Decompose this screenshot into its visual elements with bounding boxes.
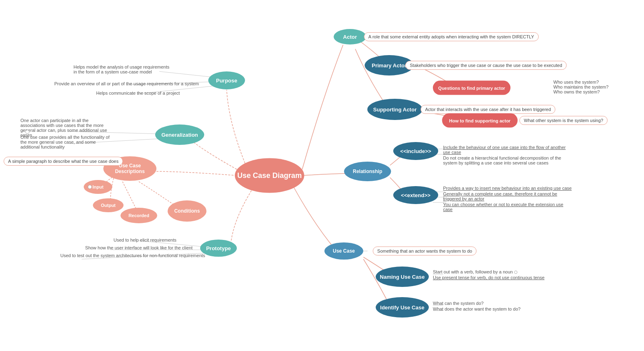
extend-label: <<extend>>: [401, 192, 430, 198]
purpose-label: Purpose: [216, 78, 237, 84]
supportingactor-label: Supporting Actor: [373, 107, 417, 113]
prototype-ellipse: Prototype: [200, 240, 237, 257]
purpose-text2-span: Provide an overview of all or part of th…: [54, 81, 199, 86]
proto-text2-span: Show how the user interface will look li…: [85, 245, 193, 250]
identifyusecase-ellipse: Identify Use Case: [376, 297, 429, 318]
generalization-ellipse: Generalization: [155, 124, 204, 145]
supportingactor-node: Supporting Actor: [368, 99, 423, 120]
purpose-text1-label: Helps model the analysis of usage requir…: [74, 64, 169, 74]
usecase-label: Use Case: [333, 248, 355, 254]
extend-texts: Provides a way to insert new behaviour i…: [443, 186, 574, 212]
purpose-node: Purpose: [208, 71, 245, 89]
recorded-label: Recorded: [129, 213, 149, 218]
namingusecase-node: Naming Use Case: [376, 267, 429, 287]
diagram-canvas: Use Case Diagram Purpose Helps model the…: [0, 0, 644, 351]
usecase-def-span: Something that an actor wants the system…: [377, 249, 472, 253]
purpose-text3-label: Helps communicate the scope of a project: [96, 91, 180, 96]
relationship-label: Relationship: [353, 169, 382, 174]
main-label: Use Case Diagram: [237, 171, 302, 180]
naming2-span: Use present tense for verb, do not use c…: [433, 275, 544, 280]
identifyusecase-node: Identify Use Case: [376, 297, 429, 318]
include1-span: Include the behaviour of one use case in…: [443, 145, 566, 155]
purpose-ellipse: Purpose: [208, 71, 245, 89]
conditions-label: Conditions: [174, 208, 200, 214]
output-node: Output: [93, 198, 124, 212]
usecase-def-box: Something that an actor wants the system…: [373, 247, 477, 255]
how-supporting-node: How to find supporting actor: [442, 113, 518, 128]
extend2-span: Generally not a complete use case, there…: [443, 191, 557, 201]
q1-span: Who uses the system?: [553, 80, 599, 84]
relationship-ellipse: Relationship: [344, 162, 391, 181]
input-label: Input: [93, 184, 104, 189]
how-supporting-def-text: What other system is the system using?: [519, 116, 608, 125]
actor-label: Actor: [343, 34, 357, 40]
questions-primary-node: Questions to find primary actor: [433, 81, 510, 95]
include-node: <<include>>: [393, 142, 438, 160]
q3-span: Who owns the system?: [553, 89, 600, 94]
generalization-label: Generalization: [161, 132, 198, 138]
primaryactor-label: Primary Actor: [372, 62, 407, 69]
proto-text3-span: Used to test out the system architecture…: [60, 253, 205, 258]
main-node: Use Case Diagram: [235, 158, 304, 193]
prototype-node: Prototype: [200, 240, 237, 257]
purpose-text1: Helps model the analysis of usage requir…: [74, 64, 172, 74]
namingusecase-ellipse: Naming Use Case: [376, 267, 429, 287]
include-texts: Include the behaviour of one use case in…: [443, 145, 570, 165]
purpose-text3: Helps communicate the scope of a project: [96, 91, 180, 96]
include2-span: Do not create a hierarchical functional …: [443, 156, 561, 165]
questions-primary-label: Questions to find primary actor: [438, 85, 505, 90]
usecasedesc-text-span: A simple paragraph to describe what the …: [8, 159, 118, 164]
recorded-ellipse: Recorded: [120, 208, 157, 223]
gen-indicator: [25, 130, 29, 134]
purpose-text3-span: Helps communicate the scope of a project: [96, 91, 180, 96]
naming1-span: Start out with a verb, followed by a nou…: [433, 269, 513, 274]
purpose-text2-label: Provide an overview of all or part of th…: [54, 81, 199, 86]
extend1-span: Provides a way to insert new behaviour i…: [443, 186, 572, 191]
input-indicator: [88, 185, 92, 189]
identify2-span: What does the actor want the system to d…: [433, 307, 521, 311]
recorded-node: Recorded: [120, 208, 157, 223]
primaryactor-def-span: Stakeholders who trigger the use case or…: [410, 63, 562, 68]
output-label: Output: [101, 203, 116, 208]
usecase-def-text: Something that an actor wants the system…: [373, 247, 477, 255]
primaryactor-def-text: Stakeholders who trigger the use case or…: [405, 61, 566, 70]
purpose-text2: Provide an overview of all or part of th…: [54, 81, 199, 86]
identify-texts: What can the system do? What does the ac…: [433, 301, 521, 311]
generalization-node: Generalization: [155, 124, 204, 145]
actor-def-text: A role that some external entity adopts …: [364, 32, 539, 41]
include-label: <<include>>: [400, 148, 431, 154]
gen-text2: One use case provides all the functional…: [20, 135, 114, 149]
output-ellipse: Output: [93, 198, 124, 212]
extend-ellipse: <<extend>>: [393, 186, 438, 204]
conditions-node: Conditions: [168, 200, 207, 222]
naming-texts: Start out with a verb, followed by a nou…: [433, 269, 544, 280]
how-supporting-ellipse: How to find supporting actor: [442, 113, 518, 128]
identify1-span: What can the system do?: [433, 301, 484, 306]
proto-text3-label: Used to test out the system architecture…: [60, 253, 205, 258]
how-supporting-def-box: What other system is the system using?: [519, 116, 608, 125]
actor-def-span: A role that some external entity adopts …: [368, 34, 534, 39]
gen-text2-label: One use case provides all the functional…: [20, 135, 109, 149]
proto-text2-label: Show how the user interface will look li…: [85, 245, 193, 250]
actor-node: Actor: [334, 29, 366, 44]
questions-primary-ellipse: Questions to find primary actor: [433, 81, 510, 95]
supportingactor-def-span: Actor that interacts with the use case a…: [425, 107, 551, 112]
how-supporting-label: How to find supporting actor: [449, 118, 510, 123]
relationship-node: Relationship: [344, 162, 391, 181]
actor-def-box: A role that some external entity adopts …: [364, 32, 539, 41]
conditions-ellipse: Conditions: [168, 200, 207, 222]
supportingactor-ellipse: Supporting Actor: [368, 99, 423, 120]
proto-text1-label: Used to help elicit requirements: [114, 238, 176, 242]
include-ellipse: <<include>>: [393, 142, 438, 160]
how-supporting-def-span: What other system is the system using?: [524, 118, 603, 123]
main-ellipse: Use Case Diagram: [235, 158, 304, 193]
proto-text2: Show how the user interface will look li…: [85, 245, 193, 250]
q1-text: Who uses the system? Who maintains the s…: [553, 80, 608, 94]
prototype-label: Prototype: [206, 245, 231, 251]
namingusecase-label: Naming Use Case: [380, 274, 425, 280]
proto-text1: Used to help elicit requirements: [114, 238, 176, 242]
identifyusecase-label: Identify Use Case: [380, 304, 424, 311]
q2-span: Who maintains the system?: [553, 84, 608, 89]
usecase-ellipse: Use Case: [325, 242, 363, 260]
usecase-node: Use Case: [325, 242, 363, 260]
